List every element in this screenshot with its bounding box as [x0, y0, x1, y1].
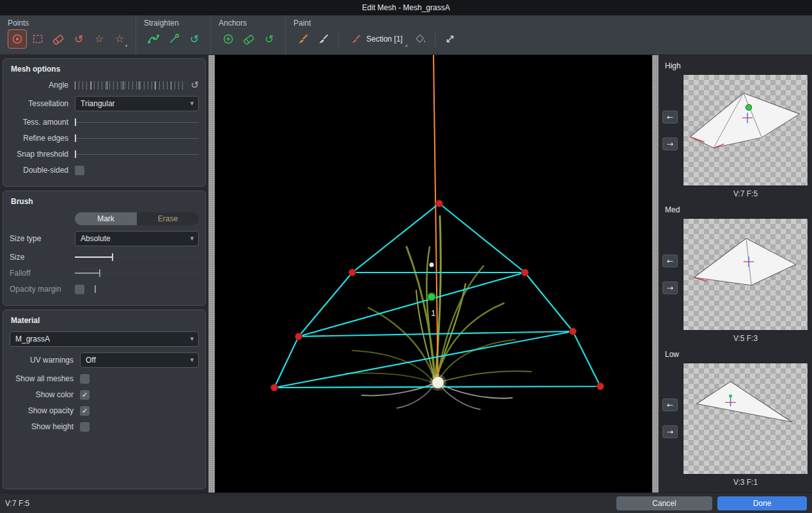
uv-warnings-dropdown[interactable]: Off ▾ [80, 352, 199, 368]
paint-color-tool[interactable] [293, 29, 313, 49]
material-dropdown[interactable]: M_grassA ▾ [10, 331, 199, 347]
fill-tool[interactable] [410, 29, 430, 49]
lod-low-stats: V:3 F:1 [683, 478, 808, 487]
snap-threshold-row: Snap threshold [10, 149, 199, 159]
straighten-path-tool[interactable] [144, 29, 163, 49]
anchors-group-label: Anchors [219, 19, 279, 28]
material-title: Material [11, 316, 199, 325]
opacity-margin-label: Opacity margin [10, 285, 68, 294]
double-sided-label: Double-sided [10, 166, 68, 175]
mesh-vertex[interactable] [597, 383, 604, 390]
window-title: Edit Mesh - Mesh_grassA [362, 3, 449, 12]
slider-fill [75, 256, 112, 258]
anchor-dot [729, 394, 732, 397]
right-splitter[interactable] [652, 55, 659, 493]
mesh-options-title: Mesh options [11, 65, 199, 74]
show-all-meshes-checkbox[interactable] [80, 374, 90, 384]
snap-threshold-label: Snap threshold [10, 150, 68, 159]
tess-amount-slider[interactable] [75, 118, 199, 126]
arrow-left-button[interactable]: ← [662, 399, 678, 411]
arrow-left-button[interactable]: ← [662, 111, 678, 123]
expand-diagonal-icon [444, 33, 457, 45]
undo-straighten-tool[interactable]: ↺ [185, 29, 204, 49]
reset-angle-icon[interactable]: ↺ [191, 81, 199, 90]
mesh-vertex[interactable] [436, 200, 443, 207]
mesh-vertex[interactable] [570, 328, 577, 335]
falloff-label: Falloff [10, 269, 68, 278]
undo-anchor-tool[interactable]: ↺ [260, 29, 279, 49]
refine-edges-row: Refine edges [10, 133, 199, 143]
paint-divider [435, 31, 435, 47]
chevron-down-icon: ▾ [190, 235, 194, 242]
mesh-vertex[interactable] [349, 269, 356, 276]
marquee-select-tool[interactable] [28, 29, 47, 49]
left-splitter[interactable] [208, 55, 215, 493]
expand-tool[interactable] [441, 29, 460, 49]
paint-section-label: Section [1] [366, 35, 403, 43]
line-node-icon [168, 33, 180, 45]
double-sided-checkbox[interactable] [75, 166, 84, 175]
left-panel: Mesh options Angle ↺ Tessellation Triang… [0, 55, 208, 493]
mark-points-paint-tool[interactable]: ☆ [110, 29, 129, 49]
erase-option[interactable]: Erase [137, 212, 199, 225]
tessellation-value: Triangular [81, 99, 115, 108]
lod-card-med: Med ← → [662, 201, 808, 345]
straighten-group-label: Straighten [144, 19, 204, 28]
mesh-vertex[interactable] [295, 333, 302, 340]
opacity-margin-handle[interactable] [95, 285, 96, 293]
cancel-button[interactable]: Cancel [616, 496, 712, 510]
main-area: Mesh options Angle ↺ Tessellation Triang… [0, 55, 812, 493]
paint-divider [338, 31, 339, 47]
arrow-left-button[interactable]: ← [662, 255, 678, 267]
show-opacity-row: Show opacity ✓ [10, 406, 199, 416]
erase-points-tool[interactable] [49, 29, 68, 49]
uv-warnings-row: UV warnings Off ▾ [10, 352, 199, 368]
material-section: Material M_grassA ▾ UV warnings Off ▾ Sh… [3, 310, 206, 489]
show-height-checkbox[interactable] [80, 422, 90, 432]
lod-card-low: Low ← → V:3 F:1 [662, 346, 808, 490]
uv-warnings-label: UV warnings [10, 356, 74, 365]
toolbar: Points ↺ ☆ ☆ [0, 15, 812, 55]
paint-bucket-icon [414, 33, 426, 45]
undo-points-tool[interactable]: ↺ [69, 29, 88, 49]
mark-points-tool[interactable]: ☆ [90, 29, 109, 49]
tessellation-dropdown[interactable]: Triangular ▾ [75, 96, 199, 111]
lod-med-arrows: ← → [662, 218, 683, 330]
snap-threshold-slider[interactable] [75, 150, 199, 158]
paint-group-label: Paint [293, 19, 460, 28]
eraser-icon [52, 33, 65, 45]
arrow-right-button[interactable]: → [662, 138, 678, 150]
straighten-line-tool[interactable] [164, 29, 183, 49]
anchor-point-small[interactable] [430, 263, 434, 267]
viewport-canvas[interactable]: 1 [215, 55, 652, 493]
show-opacity-checkbox[interactable]: ✓ [80, 406, 90, 416]
anchor-point-green[interactable] [428, 293, 435, 301]
paint-opacity-tool[interactable] [314, 29, 333, 49]
mesh-vertex[interactable] [271, 384, 278, 391]
opacity-margin-checkbox[interactable] [75, 285, 84, 294]
mark-option[interactable]: Mark [75, 212, 137, 225]
show-color-checkbox[interactable]: ✓ [80, 390, 90, 400]
done-button[interactable]: Done [717, 496, 807, 510]
add-point-tool[interactable] [8, 29, 27, 49]
arrow-right-button[interactable]: → [662, 425, 678, 438]
undo-icon: ↺ [265, 34, 274, 45]
size-slider[interactable] [75, 253, 199, 261]
lod-high-stats: V:7 F:5 [683, 189, 808, 198]
arrow-right-button[interactable]: → [662, 281, 678, 294]
refine-edges-slider[interactable] [75, 134, 199, 142]
falloff-slider[interactable] [75, 269, 199, 277]
size-type-dropdown[interactable]: Absolute ▾ [75, 231, 199, 246]
add-anchor-tool[interactable] [219, 29, 238, 49]
paint-section-button[interactable]: Section [1] [344, 29, 409, 49]
anchor-index-label: 1 [431, 308, 435, 318]
point-icon [11, 33, 24, 45]
mesh-vertex[interactable] [522, 269, 529, 276]
origin-point[interactable] [432, 377, 444, 388]
lod-med-stats: V:5 F:3 [683, 334, 808, 343]
curve-nodes-icon [147, 33, 160, 45]
mark-erase-row: Mark Erase [10, 212, 199, 225]
mark-erase-toggle: Mark Erase [75, 212, 199, 225]
angle-ruler-slider[interactable] [75, 81, 185, 90]
erase-anchor-tool[interactable] [239, 29, 258, 49]
